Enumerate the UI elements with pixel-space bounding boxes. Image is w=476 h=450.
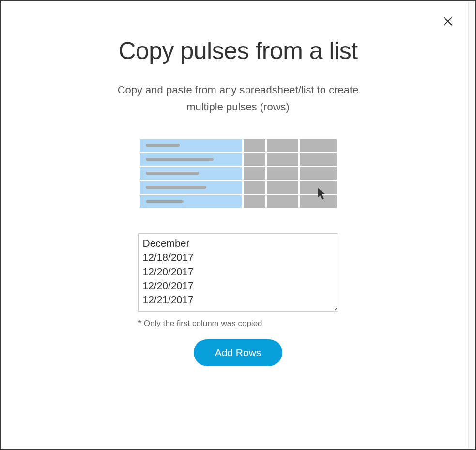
add-rows-button[interactable]: Add Rows — [194, 339, 283, 366]
modal-content: Copy pulses from a list Copy and paste f… — [1, 35, 475, 366]
close-button[interactable] — [441, 16, 455, 29]
modal-subtitle: Copy and paste from any spreadsheet/list… — [112, 81, 364, 115]
spreadsheet-illustration — [138, 138, 338, 209]
close-icon — [443, 16, 453, 29]
textarea-container — [138, 233, 338, 314]
scrollbar-track[interactable] — [468, 2, 474, 448]
modal-title: Copy pulses from a list — [118, 35, 357, 68]
paste-textarea[interactable] — [138, 233, 338, 312]
cursor-icon — [317, 187, 328, 201]
hint-text: * Only the first colunm was copied — [138, 319, 338, 328]
copy-pulses-modal: Copy pulses from a list Copy and paste f… — [1, 1, 475, 449]
